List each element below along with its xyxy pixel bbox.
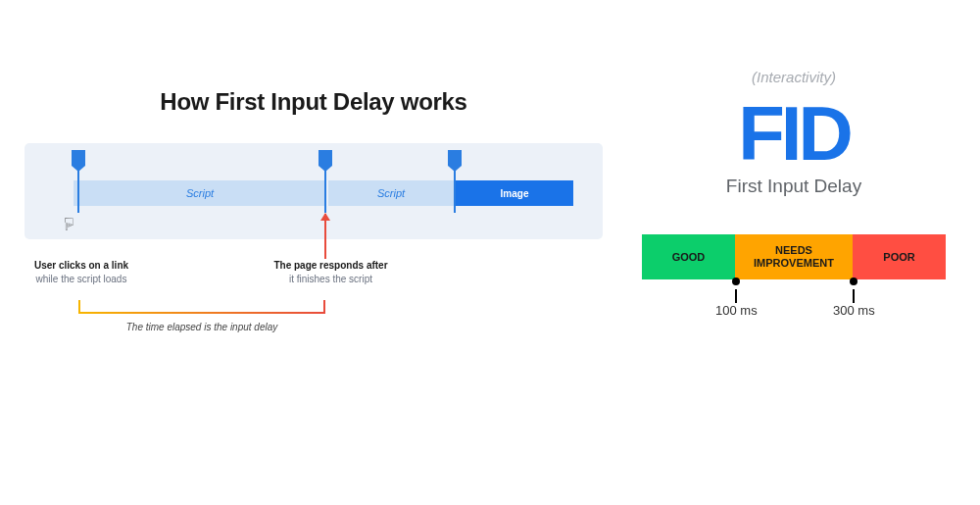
threshold-ticks: 100 ms 300 ms xyxy=(642,279,946,319)
annotation-user-click-sub: while the script loads xyxy=(36,274,127,284)
segment-script-2: Script xyxy=(328,180,456,206)
scale-poor: POOR xyxy=(853,234,946,279)
tick-low-label: 100 ms xyxy=(715,303,758,318)
tick-high: 300 ms xyxy=(833,279,875,318)
threshold-scale: GOOD NEEDS IMPROVEMENT POOR xyxy=(642,234,946,279)
tick-low: 100 ms xyxy=(715,279,758,318)
metric-category: (Interactivity) xyxy=(632,69,956,85)
annotation-user-click: User clicks on a link while the script l… xyxy=(13,259,150,285)
annotation-page-response-sub: it finishes the script xyxy=(289,274,372,284)
timeline-box: Script Script Image ☟ User clicks on a l… xyxy=(24,143,603,239)
annotation-user-click-bold: User clicks on a link xyxy=(13,259,150,273)
annotation-page-response-bold: The page responds after xyxy=(260,259,402,273)
scale-needs: NEEDS IMPROVEMENT xyxy=(735,234,853,279)
scale-good: GOOD xyxy=(642,234,735,279)
timeline-track: Script Script Image xyxy=(74,180,573,206)
segment-image: Image xyxy=(456,180,573,206)
pointer-cursor-icon: ☟ xyxy=(64,214,74,235)
metric-full-name: First Input Delay xyxy=(632,176,956,197)
fid-how-it-works-panel: How First Input Delay works Script Scrip… xyxy=(24,88,603,239)
segment-script-1: Script xyxy=(74,180,328,206)
left-title: How First Input Delay works xyxy=(24,88,603,116)
annotation-page-response: The page responds after it finishes the … xyxy=(260,259,402,285)
response-arrow-icon xyxy=(324,214,326,259)
elapsed-bracket xyxy=(78,300,325,314)
tick-high-label: 300 ms xyxy=(833,303,875,318)
metric-abbrev: FID xyxy=(632,95,956,172)
elapsed-caption: The time elapsed is the input delay xyxy=(78,322,325,332)
fid-metric-panel: (Interactivity) FID First Input Delay GO… xyxy=(632,69,956,319)
